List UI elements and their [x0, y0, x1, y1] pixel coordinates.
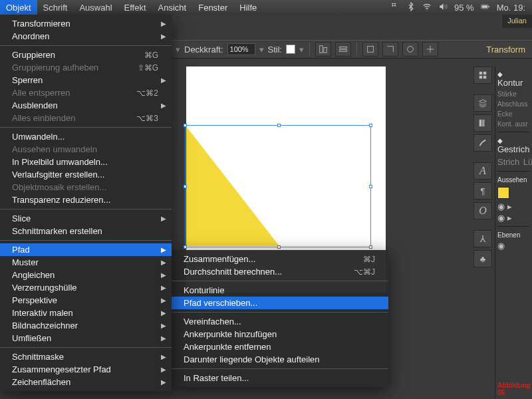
- menuitem-muster[interactable]: Muster▶: [0, 256, 172, 269]
- menuitem-gruppieren[interactable]: Gruppieren⌘G: [0, 49, 172, 61]
- menuitem-umflie-en[interactable]: Umfließen▶: [0, 332, 172, 344]
- layers-panel-icon[interactable]: [473, 94, 492, 112]
- eye-icon: ◉: [497, 201, 505, 211]
- svg-rect-13: [483, 76, 486, 78]
- style-label: Stil:: [268, 40, 283, 59]
- handle-tr[interactable]: [369, 124, 372, 127]
- menuitem-transformieren[interactable]: Transformieren▶: [0, 17, 172, 30]
- menuitem-gruppierung-aufheben: Gruppierung aufheben⇧⌘G: [0, 61, 172, 74]
- menu-objekt[interactable]: Objekt: [0, 0, 37, 15]
- menu-effekt[interactable]: Effekt: [118, 0, 152, 15]
- submenuitem-ankerpunkte-hinzuf-gen[interactable]: Ankerpunkte hinzufügen: [172, 328, 388, 340]
- transform-icon-2[interactable]: [382, 42, 398, 57]
- panel-gestrich[interactable]: ◆ Gestrich: [497, 136, 530, 155]
- volume-icon[interactable]: [438, 2, 448, 13]
- menuitem-verlaufsgitter-erstellen-[interactable]: Verlaufsgitter erstellen...: [0, 168, 172, 181]
- panel-aussehen[interactable]: Aussehen: [497, 175, 527, 184]
- lbl-starke: Stärke: [497, 90, 517, 98]
- submenuitem-pfad-verschieben-[interactable]: Pfad verschieben...: [172, 297, 388, 309]
- type-panel-icon[interactable]: A: [473, 162, 492, 180]
- panel-ebenen[interactable]: Ebenen: [497, 230, 520, 239]
- swatches-panel-icon[interactable]: [473, 114, 492, 132]
- menuitem-pfad[interactable]: Pfad▶: [0, 243, 172, 256]
- menu-ansicht[interactable]: Ansicht: [152, 0, 193, 15]
- wifi-icon[interactable]: [422, 2, 432, 13]
- pfad-submenu: Zusammenfügen...⌘JDurchschnitt berechnen…: [172, 250, 388, 387]
- menuitem-perspektive[interactable]: Perspektive▶: [0, 294, 172, 307]
- dropbox-icon[interactable]: [390, 2, 400, 13]
- menuitem-interaktiv-malen[interactable]: Interaktiv malen▶: [0, 307, 172, 319]
- handle-bl[interactable]: [184, 245, 187, 249]
- svg-rect-15: [482, 120, 485, 127]
- paragraph-panel-icon[interactable]: ¶: [473, 182, 492, 200]
- objekt-dropdown: Transformieren▶Anordnen▶Gruppieren⌘GGrup…: [0, 15, 172, 391]
- submenuitem-vereinfachen-[interactable]: Vereinfachen...: [172, 315, 388, 328]
- handle-tc[interactable]: [277, 124, 281, 127]
- layer-row[interactable]: ◉: [497, 241, 505, 251]
- handle-br[interactable]: [369, 245, 372, 249]
- menuitem-zeichenfl-chen[interactable]: Zeichenflächen▶: [0, 376, 172, 388]
- handle-bc[interactable]: [277, 245, 281, 249]
- menu-hilfe[interactable]: Hilfe: [233, 0, 263, 15]
- clock-text[interactable]: Mo. 19:: [497, 3, 525, 13]
- svg-rect-4: [320, 46, 323, 53]
- menuitem-slice[interactable]: Slice▶: [0, 212, 172, 225]
- menu-auswahl[interactable]: Auswahl: [73, 0, 118, 15]
- transform-icon[interactable]: [362, 42, 378, 57]
- menu-schrift[interactable]: Schrift: [37, 0, 74, 15]
- option-bar: ▾ Deckkraft: ▾ Stil: ▾ Transform: [172, 40, 532, 59]
- menuitem-ausblenden[interactable]: Ausblenden▶: [0, 99, 172, 112]
- battery-icon[interactable]: [481, 2, 490, 13]
- opacity-input[interactable]: [227, 43, 255, 55]
- menuitem-schnittmaske[interactable]: Schnittmaske▶: [0, 350, 172, 363]
- menuitem-bildnachzeichner[interactable]: Bildnachzeichner▶: [0, 319, 172, 332]
- menuitem-in-pixelbild-umwandeln-[interactable]: In Pixelbild umwandeln...: [0, 156, 172, 168]
- menuitem-verzerrungsh-lle[interactable]: Verzerrungshülle▶: [0, 281, 172, 294]
- lbl-ecke: Ecke: [497, 110, 512, 118]
- submenuitem-darunter-liegende-objekte-aufteilen[interactable]: Darunter liegende Objekte aufteilen: [172, 353, 388, 366]
- menuitem-sperren[interactable]: Sperren▶: [0, 74, 172, 86]
- submenuitem-konturlinie[interactable]: Konturlinie: [172, 284, 388, 297]
- submenuitem-zusammenf-gen-[interactable]: Zusammenfügen...⌘J: [172, 253, 388, 265]
- menuitem-schnittmarken-erstellen[interactable]: Schnittmarken erstellen: [0, 225, 172, 237]
- style-swatch[interactable]: [286, 45, 295, 54]
- menuitem-transparenz-reduzieren-[interactable]: Transparenz reduzieren...: [0, 194, 172, 206]
- appearance-row-2[interactable]: ◉▸: [497, 213, 512, 223]
- appearance-fill-swatch[interactable]: [497, 187, 509, 199]
- submenuitem-ankerpunkte-entfernen[interactable]: Ankerpunkte entfernen: [172, 340, 388, 353]
- transform-panel-link[interactable]: Transform: [486, 45, 528, 55]
- svg-rect-5: [324, 47, 327, 53]
- eye-icon: ◉: [497, 213, 505, 223]
- menuitem-angleichen[interactable]: Angleichen▶: [0, 269, 172, 281]
- submenuitem-in-raster-teilen-[interactable]: In Raster teilen...: [172, 372, 388, 384]
- align-icon[interactable]: [315, 42, 331, 57]
- menuitem-objektmosaik-erstellen-: Objektmosaik erstellen...: [0, 181, 172, 194]
- isolate-icon-2[interactable]: [422, 42, 438, 57]
- grid-panel-icon[interactable]: [473, 66, 492, 84]
- panel-kontur[interactable]: ◆ Kontur: [497, 69, 530, 88]
- handle-mr[interactable]: [369, 185, 372, 188]
- isolate-icon[interactable]: [402, 42, 418, 57]
- menu-fenster[interactable]: Fenster: [192, 0, 233, 15]
- appearance-row[interactable]: ◉▸: [497, 201, 512, 211]
- menuitem-umwandeln-[interactable]: Umwandeln...: [0, 130, 172, 143]
- svg-rect-10: [479, 72, 482, 74]
- collapsed-panels: A ¶ O ♣: [473, 66, 493, 267]
- opentype-panel-icon[interactable]: O: [473, 202, 492, 219]
- symbols2-panel-icon[interactable]: ♣: [473, 250, 492, 267]
- svg-rect-2: [481, 5, 487, 8]
- menuitem-zusammengesetzter-pfad[interactable]: Zusammengesetzter Pfad▶: [0, 363, 172, 376]
- submenuitem-durchschnitt-berechnen-[interactable]: Durchschnitt berechnen...⌥⌘J: [172, 265, 388, 278]
- svg-rect-6: [340, 47, 347, 49]
- handle-ml[interactable]: [184, 185, 187, 188]
- menuitem-aussehen-umwandeln: Aussehen umwandeln: [0, 143, 172, 156]
- lbl-abschluss: Abschluss: [497, 100, 528, 108]
- bluetooth-icon[interactable]: [406, 2, 416, 13]
- selection-box[interactable]: [185, 125, 371, 247]
- align-icon-2[interactable]: [335, 42, 351, 57]
- opacity-label: Deckkraft:: [184, 40, 223, 59]
- brush-panel-icon[interactable]: [473, 134, 492, 152]
- menuitem-anordnen[interactable]: Anordnen▶: [0, 30, 172, 43]
- handle-tl[interactable]: [184, 124, 187, 127]
- symbols-panel-icon[interactable]: [473, 230, 492, 247]
